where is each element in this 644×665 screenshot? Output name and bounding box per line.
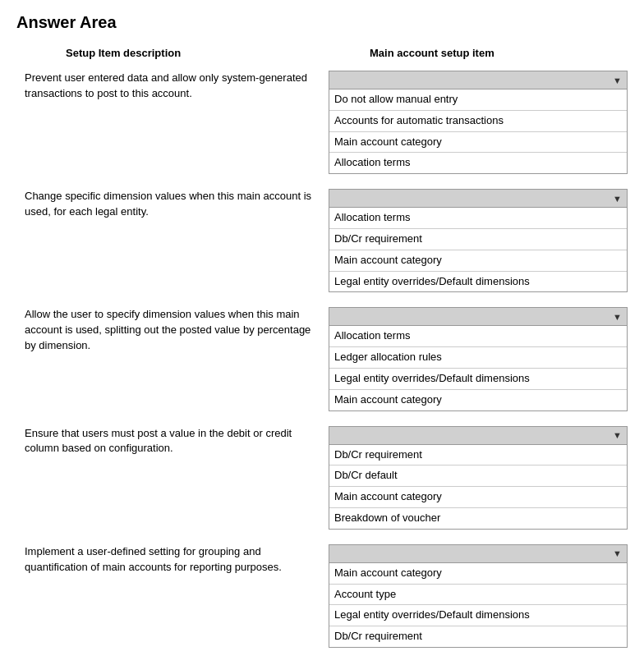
dropdown-item-0-1[interactable]: Accounts for automatic transactions bbox=[329, 111, 627, 132]
chevron-down-icon: ▼ bbox=[613, 194, 622, 204]
dropdown-box-0[interactable]: ▼Do not allow manual entryAccounts for a… bbox=[329, 71, 628, 174]
dropdown-item-1-1[interactable]: Db/Cr requirement bbox=[329, 229, 627, 250]
page-title: Answer Area bbox=[16, 13, 628, 32]
dropdown-header-3[interactable]: ▼ bbox=[329, 427, 627, 445]
setup-item-description-1: Change specific dimension values when th… bbox=[16, 189, 329, 220]
qa-row: Prevent user entered data and allow only… bbox=[16, 71, 628, 174]
dropdown-box-4[interactable]: ▼Main account categoryAccount typeLegal … bbox=[329, 544, 628, 648]
dropdown-item-0-2[interactable]: Main account category bbox=[329, 132, 627, 154]
dropdown-item-3-1[interactable]: Db/Cr default bbox=[329, 466, 627, 487]
dropdown-item-1-0[interactable]: Allocation terms bbox=[329, 208, 627, 229]
dropdown-header-1[interactable]: ▼ bbox=[329, 190, 627, 208]
dropdown-item-0-3[interactable]: Allocation terms bbox=[329, 153, 627, 173]
chevron-down-icon: ▼ bbox=[613, 548, 622, 558]
setup-item-description-2: Allow the user to specify dimension valu… bbox=[16, 307, 329, 354]
dropdown-item-0-0[interactable]: Do not allow manual entry bbox=[329, 89, 627, 111]
chevron-down-icon: ▼ bbox=[613, 76, 622, 85]
dropdown-item-2-1[interactable]: Ledger allocation rules bbox=[329, 347, 627, 369]
column-header-right: Main account setup item bbox=[329, 47, 628, 59]
dropdown-item-3-2[interactable]: Main account category bbox=[329, 487, 627, 508]
dropdown-item-3-3[interactable]: Breakdown of voucher bbox=[329, 508, 627, 529]
dropdown-header-4[interactable]: ▼ bbox=[329, 545, 627, 563]
qa-row: Change specific dimension values when th… bbox=[16, 189, 628, 292]
dropdown-item-4-2[interactable]: Legal entity overrides/Default dimension… bbox=[329, 605, 627, 626]
dropdown-item-4-1[interactable]: Account type bbox=[329, 585, 627, 606]
dropdown-header-0[interactable]: ▼ bbox=[329, 71, 627, 89]
setup-item-description-0: Prevent user entered data and allow only… bbox=[16, 71, 329, 102]
dropdown-item-1-2[interactable]: Main account category bbox=[329, 250, 627, 272]
dropdown-box-3[interactable]: ▼Db/Cr requirementDb/Cr defaultMain acco… bbox=[329, 426, 628, 530]
dropdown-item-2-2[interactable]: Legal entity overrides/Default dimension… bbox=[329, 369, 627, 390]
dropdown-box-2[interactable]: ▼Allocation termsLedger allocation rules… bbox=[329, 307, 628, 410]
dropdown-item-2-3[interactable]: Main account category bbox=[329, 390, 627, 410]
column-header-left: Setup Item description bbox=[16, 47, 329, 59]
setup-item-description-4: Implement a user-defined setting for gro… bbox=[16, 544, 329, 576]
qa-row: Implement a user-defined setting for gro… bbox=[16, 544, 628, 648]
dropdown-item-3-0[interactable]: Db/Cr requirement bbox=[329, 445, 627, 466]
dropdown-box-1[interactable]: ▼Allocation termsDb/Cr requirementMain a… bbox=[329, 189, 628, 292]
qa-row: Allow the user to specify dimension valu… bbox=[16, 307, 628, 410]
dropdown-item-4-0[interactable]: Main account category bbox=[329, 563, 627, 585]
dropdown-item-1-3[interactable]: Legal entity overrides/Default dimension… bbox=[329, 272, 627, 292]
dropdown-item-4-3[interactable]: Db/Cr requirement bbox=[329, 626, 627, 647]
chevron-down-icon: ▼ bbox=[613, 430, 622, 440]
setup-item-description-3: Ensure that users must post a value in t… bbox=[16, 426, 329, 457]
chevron-down-icon: ▼ bbox=[613, 312, 622, 322]
dropdown-item-2-0[interactable]: Allocation terms bbox=[329, 326, 627, 347]
qa-row: Ensure that users must post a value in t… bbox=[16, 426, 628, 530]
dropdown-header-2[interactable]: ▼ bbox=[329, 308, 627, 326]
